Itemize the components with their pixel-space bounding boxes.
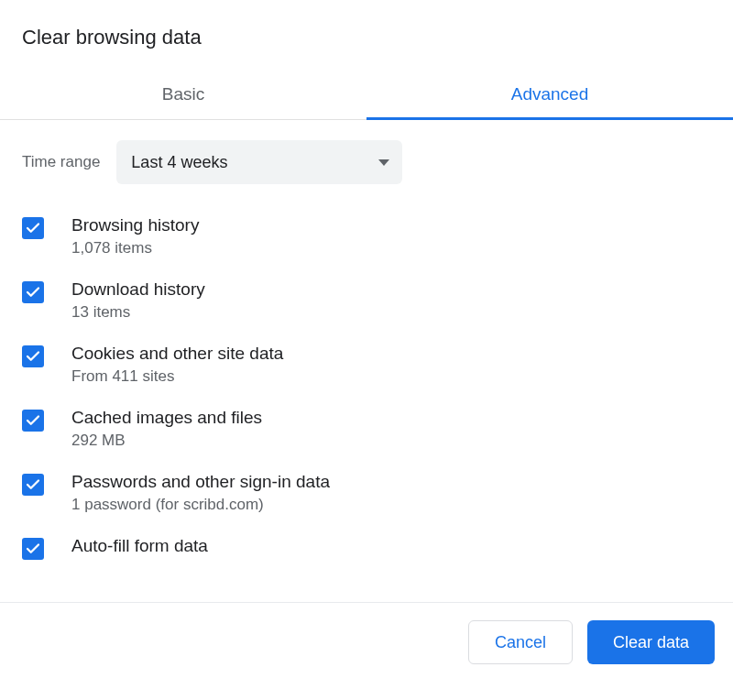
list-item-cookies: Cookies and other site data From 411 sit…	[22, 344, 711, 386]
chevron-down-icon	[378, 159, 389, 166]
list-item-subtitle: 1,078 items	[71, 239, 199, 257]
list-item-title: Cookies and other site data	[71, 344, 283, 364]
checkbox-passwords[interactable]	[22, 474, 44, 496]
list-item-text: Cookies and other site data From 411 sit…	[71, 344, 283, 386]
list-item-subtitle: From 411 sites	[71, 367, 283, 386]
list-item-text: Browsing history 1,078 items	[71, 215, 199, 257]
time-range-select[interactable]: Last 4 weeks	[116, 140, 402, 184]
dialog-title: Clear browsing data	[22, 26, 711, 49]
list-item-text: Auto-fill form data	[71, 536, 208, 556]
list-item-title: Auto-fill form data	[71, 536, 208, 556]
check-icon	[25, 348, 41, 365]
check-icon	[25, 284, 41, 301]
list-item-title: Browsing history	[71, 215, 199, 235]
list-item-subtitle: 292 MB	[71, 432, 262, 450]
list-item-passwords: Passwords and other sign-in data 1 passw…	[22, 472, 711, 514]
check-icon	[25, 412, 41, 429]
tab-advanced[interactable]: Advanced	[366, 71, 733, 119]
list-item-subtitle: 13 items	[71, 303, 205, 322]
check-icon	[25, 541, 41, 557]
list-item-subtitle: 1 password (for scribd.com)	[71, 496, 330, 514]
list-item-cache: Cached images and files 292 MB	[22, 408, 711, 450]
tab-basic[interactable]: Basic	[0, 71, 366, 119]
checkbox-cookies[interactable]	[22, 345, 44, 367]
list-item-text: Download history 13 items	[71, 279, 205, 322]
tab-basic-label: Basic	[162, 84, 204, 104]
data-type-list: Browsing history 1,078 items Download hi…	[22, 215, 711, 560]
tab-advanced-label: Advanced	[511, 84, 589, 104]
checkbox-download-history[interactable]	[22, 281, 44, 303]
list-item-title: Download history	[71, 279, 205, 300]
list-item-title: Cached images and files	[71, 408, 262, 428]
cancel-button[interactable]: Cancel	[468, 620, 573, 664]
checkbox-autofill[interactable]	[22, 538, 44, 560]
clear-data-button[interactable]: Clear data	[587, 620, 715, 664]
clear-browsing-data-dialog: Clear browsing data Basic Advanced Time …	[0, 0, 733, 700]
checkbox-browsing-history[interactable]	[22, 217, 44, 239]
tabs: Basic Advanced	[0, 71, 733, 120]
checkbox-cache[interactable]	[22, 410, 44, 432]
check-icon	[25, 220, 41, 236]
cancel-button-label: Cancel	[495, 633, 546, 652]
list-item-title: Passwords and other sign-in data	[71, 472, 330, 492]
time-range-selected: Last 4 weeks	[131, 153, 227, 172]
time-range-row: Time range Last 4 weeks	[22, 140, 711, 184]
list-item-autofill: Auto-fill form data	[22, 536, 711, 560]
list-item-download-history: Download history 13 items	[22, 279, 711, 322]
dialog-header: Clear browsing data	[0, 0, 733, 71]
list-item-text: Passwords and other sign-in data 1 passw…	[71, 472, 330, 514]
dialog-footer: Cancel Clear data	[0, 603, 733, 700]
list-item-browsing-history: Browsing history 1,078 items	[22, 215, 711, 257]
clear-data-button-label: Clear data	[613, 633, 689, 652]
time-range-label: Time range	[22, 153, 100, 171]
list-item-text: Cached images and files 292 MB	[71, 408, 262, 450]
check-icon	[25, 476, 41, 493]
